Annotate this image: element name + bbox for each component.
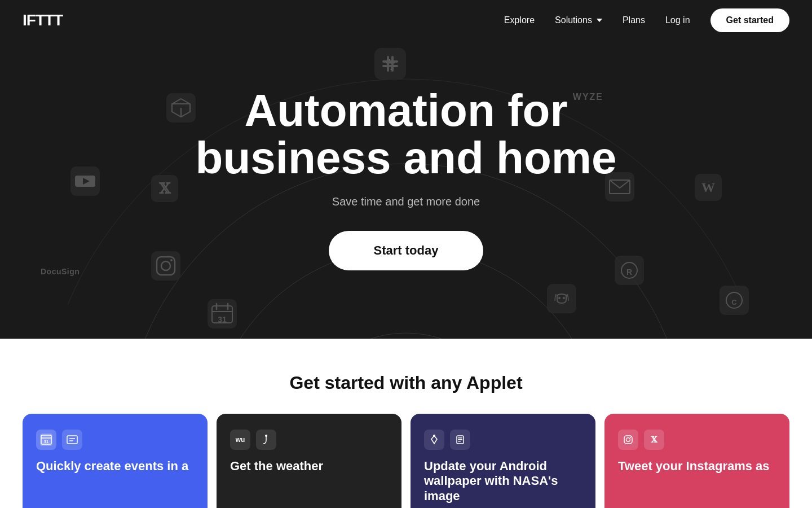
svg-rect-53 bbox=[458, 439, 462, 440]
svg-rect-19 bbox=[151, 251, 180, 281]
applet-card-3-title: Update your Android wallpaper with NASA'… bbox=[424, 459, 582, 503]
applet-card-2-title: Get the weather bbox=[230, 459, 388, 474]
docusign-text-icon: DocuSign bbox=[41, 267, 80, 276]
applet-card-4[interactable]: 𝕏 Tweet your Instagrams as bbox=[604, 414, 789, 508]
svg-point-49 bbox=[265, 435, 267, 437]
svg-rect-52 bbox=[458, 437, 462, 439]
hero-title: Automation for business and home bbox=[196, 87, 617, 182]
navbar: IFTTT Explore Solutions Plans Log in Get… bbox=[0, 0, 812, 41]
svg-text:31: 31 bbox=[218, 315, 227, 324]
svg-rect-9 bbox=[391, 56, 394, 72]
svg-rect-54 bbox=[458, 441, 461, 442]
applets-section-title: Get started with any Applet bbox=[23, 373, 789, 393]
nav-get-started-button[interactable]: Get started bbox=[710, 8, 789, 32]
svg-point-37 bbox=[558, 297, 561, 299]
svg-point-0 bbox=[293, 333, 519, 339]
hero-start-today-button[interactable]: Start today bbox=[329, 231, 484, 270]
svg-point-56 bbox=[626, 438, 630, 442]
applets-grid: 31 Quickly create events in a wu bbox=[23, 414, 789, 508]
youtube-icon bbox=[70, 167, 100, 196]
hero-section: # 𝕏 bbox=[0, 0, 812, 339]
hero-content: Automation for business and home Save ti… bbox=[184, 87, 628, 270]
svg-point-50 bbox=[433, 435, 435, 437]
twitter-x-icon: 𝕏 bbox=[151, 175, 178, 202]
svg-text:𝕏: 𝕏 bbox=[159, 181, 171, 197]
nav-plans[interactable]: Plans bbox=[623, 15, 645, 25]
svg-rect-7 bbox=[382, 65, 398, 67]
applet-card-4-icon2: 𝕏 bbox=[644, 430, 664, 450]
svg-point-57 bbox=[630, 437, 631, 438]
nav-solutions[interactable]: Solutions bbox=[555, 15, 602, 25]
nav-login[interactable]: Log in bbox=[665, 15, 690, 25]
applet-card-2[interactable]: wu Get the weather bbox=[217, 414, 401, 508]
applet-card-1[interactable]: 31 Quickly create events in a bbox=[23, 414, 208, 508]
chevron-down-icon bbox=[597, 19, 602, 22]
svg-text:C: C bbox=[731, 298, 737, 306]
applet-card-2-icon2 bbox=[256, 430, 276, 450]
applet-card-1-icon2 bbox=[62, 430, 82, 450]
hero-subtitle: Save time and get more done bbox=[196, 195, 617, 208]
svg-text:31: 31 bbox=[44, 440, 48, 444]
applet-card-4-icon1 bbox=[618, 430, 638, 450]
slack-icon: # bbox=[374, 48, 406, 80]
applet-card-3-icons bbox=[424, 430, 582, 450]
nav-explore[interactable]: Explore bbox=[504, 15, 535, 25]
instagram-icon bbox=[151, 251, 180, 281]
svg-point-38 bbox=[563, 297, 565, 299]
applet-card-2-icon1: wu bbox=[230, 430, 250, 450]
svg-rect-6 bbox=[382, 60, 398, 63]
applet-card-1-icons: 31 bbox=[36, 430, 194, 450]
applet-card-2-icons: wu bbox=[230, 430, 388, 450]
svg-rect-46 bbox=[67, 436, 77, 444]
wix-icon: W bbox=[695, 174, 722, 201]
applet-card-4-icons: 𝕏 bbox=[618, 430, 776, 450]
discord-icon bbox=[547, 284, 576, 313]
applet-card-4-title: Tweet your Instagrams as bbox=[618, 459, 776, 474]
coinbase-icon: C bbox=[720, 286, 749, 315]
svg-text:W: W bbox=[701, 180, 715, 195]
applet-card-1-title: Quickly create events in a bbox=[36, 459, 194, 474]
calendar-icon: 31 bbox=[208, 299, 237, 329]
applet-card-3-icon2 bbox=[450, 430, 470, 450]
applet-card-3[interactable]: Update your Android wallpaper with NASA'… bbox=[411, 414, 595, 508]
applets-section: Get started with any Applet 31 bbox=[0, 339, 812, 508]
logo[interactable]: IFTTT bbox=[23, 11, 63, 29]
svg-rect-36 bbox=[547, 284, 576, 313]
svg-point-22 bbox=[170, 259, 173, 261]
applet-card-3-icon1 bbox=[424, 430, 444, 450]
applet-card-1-icon1: 31 bbox=[36, 430, 56, 450]
svg-rect-55 bbox=[624, 436, 632, 444]
svg-rect-8 bbox=[387, 56, 389, 72]
